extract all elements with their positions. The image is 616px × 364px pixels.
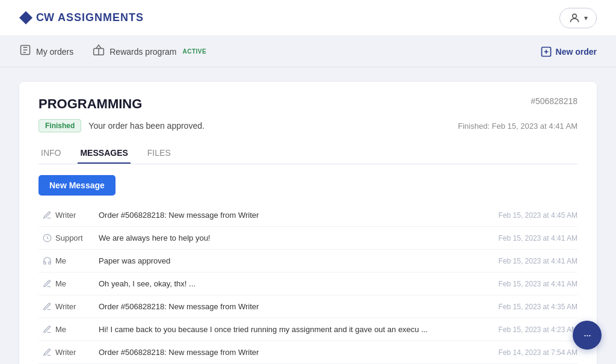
- message-row[interactable]: Writer Order #506828218: New message fro…: [38, 341, 578, 364]
- message-date: Feb 14, 2023 at 7:54 AM: [499, 348, 578, 357]
- message-row[interactable]: Me Paper was approved Feb 15, 2023 at 4:…: [38, 250, 578, 273]
- message-sender-icon: [38, 211, 55, 220]
- status-left: Finished Your order has been approved.: [38, 119, 205, 132]
- tab-info[interactable]: INFO: [38, 143, 63, 164]
- order-number: #506828218: [531, 96, 578, 106]
- message-sender: Support: [55, 233, 99, 242]
- status-text: Your order has been approved.: [88, 121, 205, 131]
- message-date: Feb 15, 2023 at 4:41 AM: [499, 234, 578, 242]
- finished-date: Finished: Feb 15, 2023 at 4:41 AM: [458, 122, 578, 131]
- message-content: Order #506828218: New message from Write…: [99, 211, 491, 220]
- tab-messages[interactable]: MESSAGES: [78, 143, 130, 164]
- message-sender: Writer: [55, 348, 99, 357]
- nav-bar: My orders Rewards program ACTIVE New ord…: [0, 36, 616, 67]
- message-date: Feb 15, 2023 at 4:23 AM: [499, 325, 578, 334]
- new-order-icon: [540, 46, 552, 58]
- status-badge: Finished: [38, 119, 81, 132]
- header: CW ASSIGNMENTS ▾: [0, 0, 616, 36]
- message-sender-icon: [38, 233, 55, 242]
- rewards-label: Rewards program: [109, 47, 176, 57]
- status-row: Finished Your order has been approved. F…: [38, 119, 578, 132]
- message-sender: Me: [55, 279, 99, 288]
- tab-files[interactable]: FILES: [145, 143, 173, 164]
- message-content: Order #506828218: New message from Write…: [99, 348, 491, 357]
- message-content: Hi! I came back to you because I once tr…: [99, 325, 491, 334]
- nav-item-my-orders[interactable]: My orders: [19, 42, 73, 61]
- message-row[interactable]: Support We are always here to help you! …: [38, 227, 578, 250]
- message-sender: Me: [55, 325, 99, 334]
- order-card: PROGRAMMING #506828218 Finished Your ord…: [19, 82, 597, 364]
- message-sender-icon: [38, 348, 55, 357]
- message-sender-icon: [38, 325, 55, 334]
- new-message-button[interactable]: New Message: [38, 175, 116, 196]
- message-date: Feb 15, 2023 at 4:35 AM: [499, 303, 578, 311]
- message-date: Feb 15, 2023 at 4:41 AM: [499, 257, 578, 265]
- message-content: We are always here to help you!: [99, 233, 491, 242]
- order-header: PROGRAMMING #506828218: [38, 96, 578, 112]
- message-row[interactable]: Me Hi! I came back to you because I once…: [38, 318, 578, 341]
- message-date: Feb 15, 2023 at 4:41 AM: [499, 280, 578, 288]
- messages-list: Writer Order #506828218: New message fro…: [38, 204, 578, 364]
- logo-cw-text: CW: [36, 11, 54, 24]
- message-content: Order #506828218: New message from Write…: [99, 302, 491, 311]
- active-badge: ACTIVE: [183, 48, 207, 55]
- tabs: INFO MESSAGES FILES: [38, 143, 578, 164]
- message-sender: Writer: [55, 302, 99, 311]
- chat-fab-icon: ···: [584, 329, 591, 342]
- message-content: Oh yeah, I see, okay, thx! ...: [99, 279, 491, 288]
- message-row[interactable]: Writer Order #506828218: New message fro…: [38, 204, 578, 227]
- my-orders-label: My orders: [36, 47, 73, 57]
- nav-left: My orders Rewards program ACTIVE: [19, 42, 206, 61]
- message-sender-icon: [38, 279, 55, 288]
- my-orders-icon: [19, 44, 31, 59]
- message-sender: Me: [55, 256, 99, 265]
- rewards-icon: [93, 44, 105, 59]
- logo-assignments-text: ASSIGNMENTS: [58, 11, 144, 24]
- logo: CW ASSIGNMENTS: [19, 11, 144, 25]
- message-date: Feb 15, 2023 at 4:45 AM: [499, 211, 578, 220]
- user-menu-button[interactable]: ▾: [559, 8, 597, 28]
- message-content: Paper was approved: [99, 256, 491, 265]
- chevron-down-icon: ▾: [584, 14, 588, 22]
- order-title: PROGRAMMING: [38, 96, 142, 112]
- message-row[interactable]: Me Oh yeah, I see, okay, thx! ... Feb 15…: [38, 273, 578, 295]
- message-sender-icon: [38, 302, 55, 311]
- message-sender: Writer: [55, 211, 99, 220]
- main-content: PROGRAMMING #506828218 Finished Your ord…: [0, 67, 616, 364]
- new-order-button[interactable]: New order: [540, 46, 597, 58]
- new-order-label: New order: [556, 47, 597, 57]
- user-icon: [568, 12, 581, 24]
- message-sender-icon: [38, 256, 55, 265]
- nav-item-rewards[interactable]: Rewards program ACTIVE: [93, 42, 206, 61]
- chat-fab-button[interactable]: ···: [573, 321, 602, 350]
- svg-point-0: [573, 14, 577, 18]
- logo-diamond-icon: [19, 11, 32, 25]
- message-row[interactable]: Writer Order #506828218: New message fro…: [38, 295, 578, 318]
